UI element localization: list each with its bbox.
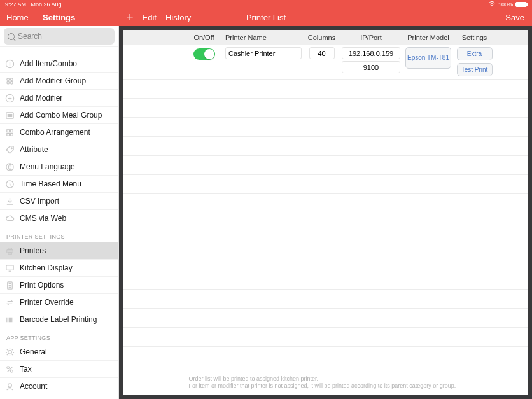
printer-toggle[interactable] (193, 48, 215, 60)
status-time: 9:27 AM (5, 1, 26, 8)
sidebar-item-combo-arrangement[interactable]: Combo Arrangement (0, 124, 118, 141)
battery-icon (515, 2, 527, 7)
col-ip-port: IP/Port (339, 34, 403, 41)
content-panel: On/Off Printer Name Columns IP/Port Prin… (119, 26, 532, 399)
section-header-printer: PRINTER SETTINGS (0, 227, 118, 242)
save-button[interactable]: Save (505, 13, 532, 22)
svg-rect-15 (8, 248, 12, 249)
col-columns: Columns (304, 34, 339, 41)
table-row (123, 99, 528, 118)
home-button[interactable]: Home (0, 13, 35, 22)
sidebar-item-csv-import[interactable]: CSV Import (0, 193, 118, 210)
sidebar: Search Add Item/Combo Add Modifier Group… (0, 26, 119, 399)
printer-icon (5, 246, 15, 256)
sidebar-item-kitchen-display[interactable]: Kitchen Display (0, 260, 118, 277)
status-date: Mon 26 Aug (31, 1, 62, 8)
svg-point-1 (7, 78, 10, 80)
sidebar-item-tax[interactable]: Tax (0, 361, 118, 378)
table-row (123, 175, 528, 194)
sidebar-item-print-options[interactable]: Print Options (0, 277, 118, 294)
col-printer-model: Printer Model (403, 34, 454, 41)
svg-point-22 (8, 383, 12, 387)
footer-note: Order list will be printed to assigned k… (185, 375, 522, 390)
percent-icon (5, 365, 15, 374)
col-onoff: On/Off (186, 34, 221, 41)
list-icon (5, 111, 15, 120)
table-row (123, 118, 528, 137)
sidebar-item-printer-override[interactable]: Printer Override (0, 294, 118, 311)
grid-icon (5, 76, 15, 86)
search-placeholder: Search (18, 32, 42, 41)
columns-input[interactable]: 40 (309, 47, 335, 59)
table-row (123, 290, 528, 309)
barcode-icon (5, 315, 15, 325)
sidebar-item-cms-via-web[interactable]: CMS via Web (0, 210, 118, 227)
col-printer-name: Printer Name (221, 34, 304, 41)
test-print-button[interactable]: Test Print (457, 63, 493, 76)
table-row: Cashier Printer 40 192.168.0.159 9100 Ep… (123, 45, 528, 80)
sidebar-item-partial[interactable] (0, 46, 118, 55)
plus-circle-icon (5, 59, 15, 69)
footer-line-2: For item or modifier that printer is not… (185, 382, 522, 390)
svg-point-2 (10, 78, 13, 80)
table-row (123, 137, 528, 156)
sidebar-item-add-combo-meal-group[interactable]: Add Combo Meal Group (0, 107, 118, 124)
table-row (123, 213, 528, 232)
table-row (123, 251, 528, 270)
sidebar-item-add-modifier-group[interactable]: Add Modifier Group (0, 73, 118, 90)
table-row (123, 194, 528, 213)
display-icon (5, 263, 15, 273)
sidebar-item-add-modifier[interactable]: Add Modifier (0, 90, 118, 107)
grid-icon (5, 128, 15, 137)
port-input[interactable]: 9100 (342, 61, 400, 73)
sidebar-item-time-based-menu[interactable]: Time Based Menu (0, 176, 118, 193)
sidebar-item-barcode-label-printing[interactable]: Barcode Label Printing (0, 311, 118, 328)
globe-icon (5, 162, 15, 172)
gear-icon (5, 347, 15, 357)
add-icon[interactable]: + (127, 11, 134, 23)
table-row (123, 232, 528, 251)
user-icon (5, 382, 15, 391)
cloud-icon (5, 214, 15, 223)
table-row (123, 80, 528, 99)
edit-button[interactable]: Edit (143, 13, 157, 22)
svg-point-3 (7, 81, 10, 84)
download-icon (5, 197, 15, 206)
svg-rect-17 (6, 265, 13, 270)
settings-title: Settings (43, 13, 75, 22)
top-nav: Home Settings + Edit History Printer Lis… (0, 8, 532, 26)
table-header: On/Off Printer Name Columns IP/Port Prin… (123, 30, 528, 45)
sidebar-item-printers[interactable]: Printers (0, 242, 118, 260)
ip-input[interactable]: 192.168.0.159 (342, 47, 400, 59)
printer-model-button[interactable]: Epson TM-T81 (405, 47, 451, 69)
search-input[interactable]: Search (4, 28, 115, 45)
printer-name-input[interactable]: Cashier Printer (225, 47, 302, 59)
status-bar: 9:27 AM Mon 26 Aug 100% (0, 0, 532, 8)
svg-rect-9 (7, 133, 10, 136)
sidebar-item-account[interactable]: Account (0, 378, 118, 395)
svg-rect-7 (7, 129, 10, 132)
extra-button[interactable]: Extra (457, 47, 493, 60)
svg-point-20 (7, 366, 10, 368)
wifi-icon (488, 1, 496, 7)
svg-rect-10 (10, 133, 13, 136)
table-row (123, 156, 528, 175)
svg-point-19 (8, 350, 12, 354)
svg-rect-8 (10, 129, 13, 132)
footer-line-1: Order list will be printed to assigned k… (185, 375, 522, 383)
table-row (123, 328, 528, 347)
sidebar-item-attribute[interactable]: Attribute (0, 141, 118, 158)
history-button[interactable]: History (165, 13, 191, 22)
sidebar-item-menu-language[interactable]: Menu Language (0, 158, 118, 176)
search-icon (8, 33, 15, 40)
page-title: Printer List (246, 13, 286, 22)
table-row (123, 270, 528, 290)
svg-point-21 (10, 370, 13, 372)
svg-point-11 (11, 147, 12, 148)
sidebar-item-general[interactable]: General (0, 344, 118, 361)
tag-icon (5, 145, 15, 155)
sidebar-item-add-item-combo[interactable]: Add Item/Combo (0, 55, 118, 73)
clock-icon (5, 179, 15, 189)
table-row (123, 309, 528, 328)
swap-icon (5, 298, 15, 307)
